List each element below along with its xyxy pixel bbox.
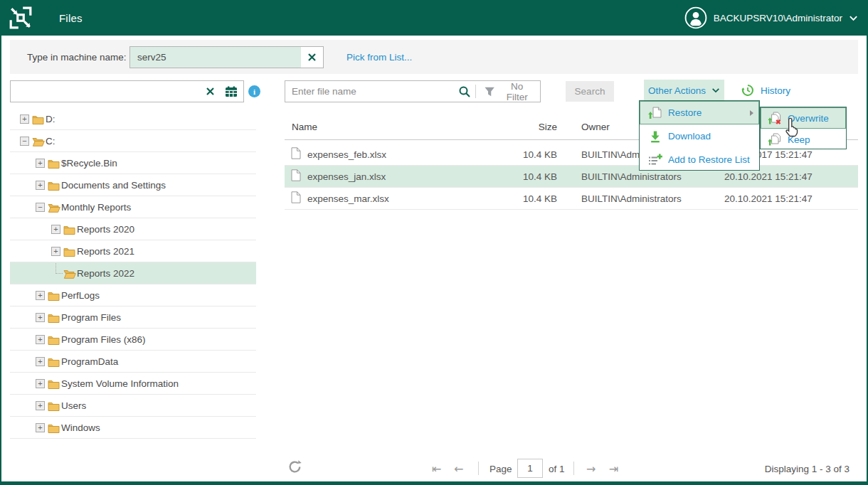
tree-item-c[interactable]: −C: xyxy=(10,130,256,152)
search-button[interactable]: Search xyxy=(566,81,614,102)
machine-clear-button[interactable] xyxy=(301,47,323,68)
expand-icon[interactable]: + xyxy=(36,357,45,366)
tree-item-reports-2020[interactable]: +Reports 2020 xyxy=(10,218,256,240)
table-row[interactable]: expenses_jan.xlsx10.4 KBBUILTIN\Administ… xyxy=(285,166,858,188)
tree-item-reports-2021[interactable]: +Reports 2021 xyxy=(10,240,256,262)
folder-open-icon xyxy=(32,137,45,149)
folder-icon xyxy=(48,313,60,325)
tree-item-program-files[interactable]: +Program Files xyxy=(10,307,256,329)
refresh-button[interactable] xyxy=(285,458,305,478)
machine-name-input[interactable] xyxy=(130,47,302,68)
other-actions-menu: RestoreDownloadAdd to Restore List xyxy=(639,100,760,171)
tree-item-label: Documents and Settings xyxy=(61,180,166,191)
other-actions-button[interactable]: Other Actions xyxy=(644,80,724,101)
tree-branch-connector xyxy=(55,263,63,274)
expand-icon[interactable]: + xyxy=(51,225,60,234)
expand-icon[interactable]: + xyxy=(36,181,45,190)
menu-item-restore[interactable]: Restore xyxy=(640,101,759,124)
download-icon xyxy=(648,130,662,143)
expand-icon[interactable]: + xyxy=(36,291,45,300)
machine-name-label: Type in machine name: xyxy=(27,40,127,74)
tree-search-input[interactable] xyxy=(11,81,199,102)
filter-button[interactable]: No Filter xyxy=(479,81,540,102)
close-icon xyxy=(307,53,317,62)
menu-item-overwrite[interactable]: Overwrite xyxy=(761,107,846,129)
tree-item-programdata[interactable]: +ProgramData xyxy=(10,351,256,373)
refresh-icon xyxy=(287,459,302,474)
next-page-button[interactable]: → xyxy=(586,462,596,475)
file-icon xyxy=(291,169,301,183)
expand-icon[interactable]: + xyxy=(20,114,29,124)
frame-border-left xyxy=(0,36,1,485)
other-actions-label: Other Actions xyxy=(648,85,706,96)
menu-item-label: Keep xyxy=(788,134,810,145)
tree-item-documents-and-settings[interactable]: +Documents and Settings xyxy=(10,174,256,196)
menu-item-label: Download xyxy=(668,131,711,142)
table-row[interactable]: expenses_mar.xlsx10.4 KBBUILTIN\Administ… xyxy=(285,188,858,210)
folder-icon xyxy=(63,225,75,237)
tree-item-d[interactable]: +D: xyxy=(10,108,256,130)
tree-item-perflogs[interactable]: +PerfLogs xyxy=(10,284,256,307)
folder-open-icon xyxy=(48,203,60,215)
tree-item-label: Reports 2021 xyxy=(77,246,134,257)
search-icon xyxy=(458,85,471,98)
expand-icon[interactable]: + xyxy=(36,401,45,410)
folder-icon xyxy=(48,181,60,193)
page-title: Files xyxy=(59,0,83,36)
tree-item-users[interactable]: +Users xyxy=(10,395,256,417)
user-menu[interactable]: BACKUPSRV10\Administrator xyxy=(684,0,858,36)
menu-item-add-to-restore-list[interactable]: Add to Restore List xyxy=(640,148,759,171)
menu-item-download[interactable]: Download xyxy=(640,124,759,148)
column-header-name[interactable]: Name xyxy=(292,122,317,132)
expand-icon[interactable]: + xyxy=(36,423,45,432)
cell-modified: 20.10.2021 15:21:47 xyxy=(724,193,813,204)
file-name-input[interactable] xyxy=(285,81,452,102)
file-search-submit-button[interactable] xyxy=(455,81,475,102)
folder-tree: +D:−C:+$Recycle.Bin+Documents and Settin… xyxy=(10,108,256,439)
menu-item-keep[interactable]: Keep xyxy=(761,129,846,150)
expand-icon[interactable]: + xyxy=(36,335,45,344)
restore-icon xyxy=(648,107,662,119)
tree-item-reports-2022[interactable]: Reports 2022 xyxy=(10,262,256,284)
folder-icon xyxy=(48,159,60,171)
page-input[interactable] xyxy=(517,459,543,478)
tree-item-label: Program Files (x86) xyxy=(61,334,146,345)
collapse-icon[interactable]: − xyxy=(36,203,45,212)
history-button[interactable]: History xyxy=(736,80,795,101)
pick-from-list-link[interactable]: Pick from List... xyxy=(346,40,412,74)
expand-icon[interactable]: + xyxy=(51,247,60,256)
info-icon[interactable]: i xyxy=(248,85,260,97)
column-header-owner[interactable]: Owner xyxy=(581,122,610,132)
tree-item-monthly-reports[interactable]: −Monthly Reports xyxy=(10,196,256,218)
cell-owner: BUILTIN\Administrators xyxy=(581,193,682,204)
restore-point-calendar-button[interactable] xyxy=(221,81,242,102)
expand-icon[interactable]: + xyxy=(36,313,45,322)
chevron-down-icon xyxy=(711,87,720,93)
app-logo-icon xyxy=(9,6,33,30)
tree-item-system-volume-information[interactable]: +System Volume Information xyxy=(10,373,256,395)
history-clock-icon xyxy=(741,83,755,97)
expand-icon[interactable]: + xyxy=(36,159,45,168)
menu-item-label: Overwrite xyxy=(788,113,829,124)
file-list: expenses_feb.xlsx10.4 KBBUILTIN\Administ… xyxy=(285,144,858,210)
pager-divider xyxy=(478,462,479,475)
first-page-button[interactable]: ⇤ xyxy=(432,462,441,475)
add-to-restore-list-icon xyxy=(648,154,662,166)
folder-icon xyxy=(48,423,60,435)
column-header-size[interactable]: Size xyxy=(470,122,557,132)
tree-item-recycle-bin[interactable]: +$Recycle.Bin xyxy=(10,152,256,174)
tree-item-label: Monthly Reports xyxy=(61,202,131,213)
prev-page-button[interactable]: ← xyxy=(454,462,463,475)
tree-item-windows[interactable]: +Windows xyxy=(10,417,256,439)
last-page-button[interactable]: ⇥ xyxy=(609,462,618,475)
tree-item-label: Windows xyxy=(61,422,100,433)
overwrite-icon xyxy=(768,112,782,125)
expand-icon[interactable]: + xyxy=(36,379,45,388)
file-icon xyxy=(291,147,301,161)
file-search-box: No Filter xyxy=(285,80,541,102)
tree-item-program-files-x86[interactable]: +Program Files (x86) xyxy=(10,329,256,351)
collapse-icon[interactable]: − xyxy=(20,137,29,146)
tree-item-label: PerfLogs xyxy=(61,290,100,301)
restore-submenu: OverwriteKeep xyxy=(760,107,847,149)
tree-search-clear-button[interactable] xyxy=(199,81,221,102)
